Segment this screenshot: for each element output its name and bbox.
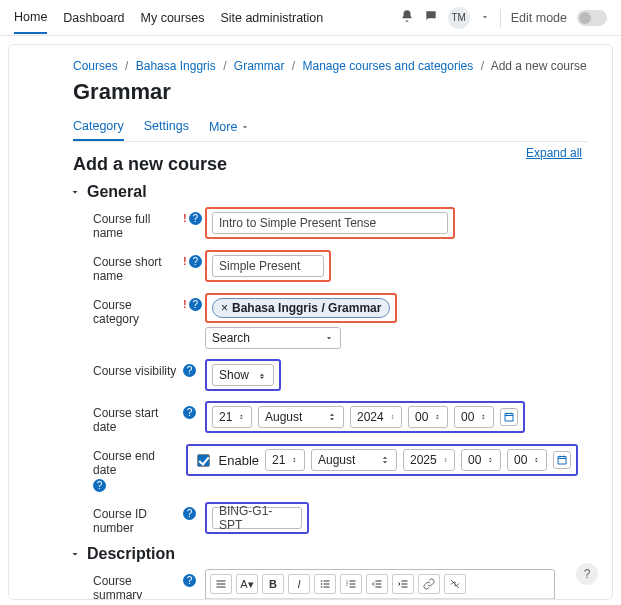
label-summary: Course summary [93,574,181,600]
editor-bold-button[interactable]: B [262,574,284,594]
tab-category[interactable]: Category [73,113,124,141]
editor-link-button[interactable] [418,574,440,594]
highlight-shortname: Simple Present [205,250,331,282]
updown-icon [533,455,540,465]
fullname-input[interactable]: Intro to Simple Present Tense [212,212,448,234]
end-month: August [318,453,355,467]
start-day-select[interactable]: 21 [212,406,252,428]
end-year-select[interactable]: 2025 [403,449,455,471]
avatar[interactable]: TM [448,7,470,29]
expand-all-link[interactable]: Expand all [526,146,582,160]
end-enable-checkbox[interactable] [197,454,210,467]
end-hour-select[interactable]: 00 [461,449,501,471]
editor-italic-button[interactable]: I [288,574,310,594]
help-icon[interactable]: ? [93,479,106,492]
section-general-toggle[interactable]: General [69,183,588,201]
end-min: 00 [514,453,527,467]
tab-settings[interactable]: Settings [144,113,189,141]
highlight-idnumber: BING-G1-SPT [205,502,309,534]
label-fullname: Course full name [93,212,181,240]
help-icon[interactable]: ? [183,507,196,520]
editor-unlink-button[interactable] [444,574,466,594]
category-search[interactable]: Search [205,327,341,349]
start-month-select[interactable]: August [258,406,344,428]
label-enddate: Course end date [93,449,181,477]
end-min-select[interactable]: 00 [507,449,547,471]
editor-ul-button[interactable] [314,574,336,594]
updown-icon [327,412,337,422]
start-min-select[interactable]: 00 [454,406,494,428]
indent-icon [397,578,409,590]
label-visibility: Course visibility [93,364,181,378]
notifications-icon[interactable] [400,9,414,26]
help-icon[interactable]: ? [183,364,196,377]
end-month-select[interactable]: August [311,449,397,471]
tag-close-icon[interactable]: × [221,301,228,315]
tab-more[interactable]: More [209,113,250,141]
summary-editor[interactable]: A▾ B I 12 [205,569,555,600]
category-search-text: Search [212,331,250,345]
label-shortname: Course short name [93,255,181,283]
secondary-tabs: Category Settings More [73,113,588,142]
chevron-down-icon [69,548,81,560]
visibility-select[interactable]: Show [212,364,274,386]
list-ol-icon: 12 [345,578,357,590]
shortname-input[interactable]: Simple Present [212,255,324,277]
user-menu-chevron[interactable] [480,11,490,25]
section-general-label: General [87,183,147,201]
editor-row-1: A▾ B I 12 [206,570,554,599]
start-day: 21 [219,410,232,424]
help-icon[interactable]: ? [189,255,202,268]
crumb-grammar[interactable]: Grammar [234,59,285,73]
chevron-down-icon [69,186,81,198]
link-icon [423,578,435,590]
nav-dashboard[interactable]: Dashboard [63,3,124,33]
required-icon: ! [183,212,187,224]
start-hour-select[interactable]: 00 [408,406,448,428]
edit-mode-toggle[interactable] [577,10,607,26]
form-title: Add a new course [73,154,588,175]
dropdown-icon [324,333,334,343]
edit-mode-label: Edit mode [511,11,567,25]
start-calendar-button[interactable] [500,408,518,426]
end-calendar-button[interactable] [553,451,571,469]
editor-font-button[interactable]: A▾ [236,574,258,594]
crumb-lang[interactable]: Bahasa Inggris [136,59,216,73]
label-category: Course category [93,298,181,326]
calendar-icon [556,454,568,466]
editor-outdent-button[interactable] [366,574,388,594]
help-icon[interactable]: ? [189,298,202,311]
help-icon[interactable]: ? [183,406,196,419]
list-ul-icon [319,578,331,590]
editor-indent-button[interactable] [392,574,414,594]
end-day: 21 [272,453,285,467]
end-year: 2025 [410,453,437,467]
start-year-select[interactable]: 2024 [350,406,402,428]
nav-site-admin[interactable]: Site administration [220,3,323,33]
crumb-manage[interactable]: Manage courses and categories [303,59,474,73]
svg-point-1 [321,583,323,585]
nav-my-courses[interactable]: My courses [141,3,205,33]
crumb-current: Add a new course [491,59,587,73]
required-icon: ! [183,255,187,267]
help-fab[interactable]: ? [576,563,598,585]
editor-menu-button[interactable] [210,574,232,594]
required-icon: ! [183,298,187,310]
help-icon[interactable]: ? [189,212,202,225]
end-hour: 00 [468,453,481,467]
label-idnumber: Course ID number [93,507,181,535]
messages-icon[interactable] [424,9,438,26]
crumb-courses[interactable]: Courses [73,59,118,73]
highlight-startdate: 21 August 2024 00 00 [205,401,525,433]
help-icon[interactable]: ? [183,574,196,587]
section-description-toggle[interactable]: Description [69,545,588,563]
tab-more-label: More [209,120,237,134]
idnumber-input[interactable]: BING-G1-SPT [212,507,302,529]
chevron-down-icon [240,122,250,132]
nav-home[interactable]: Home [14,2,47,34]
editor-ol-button[interactable]: 12 [340,574,362,594]
start-year: 2024 [357,410,384,424]
updown-icon [257,370,267,380]
end-day-select[interactable]: 21 [265,449,305,471]
category-tag[interactable]: × Bahasa Inggris / Grammar [212,298,390,318]
